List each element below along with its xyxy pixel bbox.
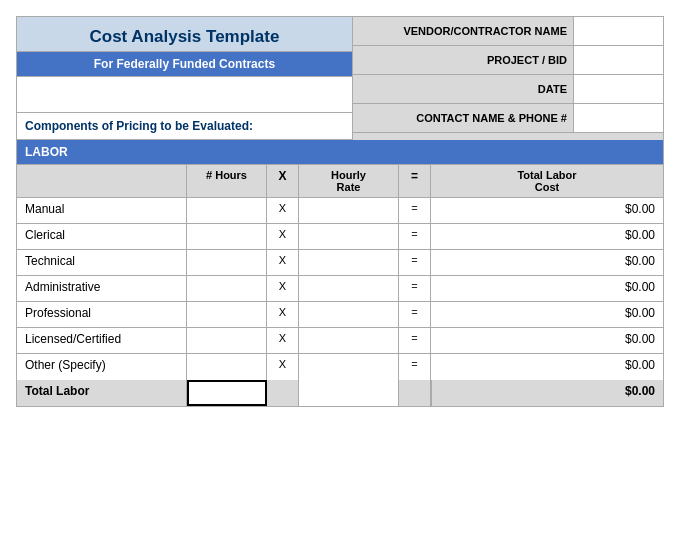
- labor-eq-cell: =: [399, 276, 431, 301]
- labor-eq-cell: =: [399, 302, 431, 327]
- labor-total-cell: $0.00: [431, 354, 663, 380]
- labor-row-label: Technical: [17, 250, 187, 275]
- labor-hours-cell[interactable]: [187, 354, 267, 380]
- contact-input[interactable]: [573, 104, 663, 132]
- labor-data-row: Administrative X = $0.00: [17, 276, 663, 302]
- vendor-name-input[interactable]: [573, 17, 663, 45]
- labor-label: LABOR: [17, 140, 663, 164]
- total-eq-spacer: [399, 380, 431, 406]
- labor-row-label: Professional: [17, 302, 187, 327]
- title-spacer: [17, 77, 352, 113]
- labor-total-cell: $0.00: [431, 250, 663, 275]
- labor-eq-cell: =: [399, 224, 431, 249]
- total-hours-input[interactable]: [187, 380, 267, 406]
- total-x-spacer: [267, 380, 299, 406]
- labor-hourly-cell[interactable]: [299, 250, 399, 275]
- labor-x-cell: X: [267, 354, 299, 380]
- labor-hours-cell[interactable]: [187, 198, 267, 223]
- title-block: Cost Analysis Template For Federally Fun…: [17, 17, 353, 140]
- date-input[interactable]: [573, 75, 663, 103]
- labor-total-cell: $0.00: [431, 276, 663, 301]
- col-header-hourly: HourlyRate: [299, 165, 399, 197]
- total-labor-row: Total Labor $0.00: [17, 380, 663, 406]
- labor-data-row: Other (Specify) X = $0.00: [17, 354, 663, 380]
- labor-row-label: Licensed/Certified: [17, 328, 187, 353]
- labor-data-row: Clerical X = $0.00: [17, 224, 663, 250]
- project-bid-input[interactable]: [573, 46, 663, 74]
- top-section: Cost Analysis Template For Federally Fun…: [17, 17, 663, 140]
- labor-hourly-cell[interactable]: [299, 276, 399, 301]
- vendor-block: VENDOR/CONTRACTOR NAME PROJECT / BID DAT…: [353, 17, 663, 140]
- labor-total-cell: $0.00: [431, 328, 663, 353]
- vendor-name-label: VENDOR/CONTRACTOR NAME: [353, 21, 573, 41]
- project-bid-label: PROJECT / BID: [353, 50, 573, 70]
- col-header-hours: # Hours: [187, 165, 267, 197]
- subtitle: For Federally Funded Contracts: [17, 52, 352, 77]
- labor-hours-cell[interactable]: [187, 224, 267, 249]
- col-header-x: X: [267, 165, 299, 197]
- labor-row-label: Administrative: [17, 276, 187, 301]
- labor-x-cell: X: [267, 302, 299, 327]
- labor-hours-cell[interactable]: [187, 276, 267, 301]
- labor-hourly-cell[interactable]: [299, 354, 399, 380]
- col-header-total: Total LaborCost: [431, 165, 663, 197]
- labor-x-cell: X: [267, 250, 299, 275]
- column-headers: # Hours X HourlyRate = Total LaborCost: [17, 165, 663, 198]
- labor-eq-cell: =: [399, 250, 431, 275]
- total-labor-value: $0.00: [431, 380, 663, 406]
- labor-hourly-cell[interactable]: [299, 198, 399, 223]
- labor-hourly-cell[interactable]: [299, 328, 399, 353]
- col-header-label: [17, 165, 187, 197]
- main-title: Cost Analysis Template: [17, 17, 352, 52]
- labor-x-cell: X: [267, 276, 299, 301]
- date-label: DATE: [353, 79, 573, 99]
- labor-hours-cell[interactable]: [187, 302, 267, 327]
- contact-label: CONTACT NAME & PHONE #: [353, 108, 573, 128]
- labor-header: LABOR: [17, 140, 663, 165]
- labor-total-cell: $0.00: [431, 224, 663, 249]
- labor-eq-cell: =: [399, 354, 431, 380]
- labor-x-cell: X: [267, 198, 299, 223]
- labor-rows-container: Manual X = $0.00 Clerical X = $0.00 Tech…: [17, 198, 663, 380]
- labor-eq-cell: =: [399, 198, 431, 223]
- components-label: Components of Pricing to be Evaluated:: [17, 113, 352, 140]
- project-bid-row: PROJECT / BID: [353, 46, 663, 75]
- labor-row-label: Manual: [17, 198, 187, 223]
- labor-hourly-cell[interactable]: [299, 224, 399, 249]
- labor-eq-cell: =: [399, 328, 431, 353]
- date-row: DATE: [353, 75, 663, 104]
- labor-data-row: Technical X = $0.00: [17, 250, 663, 276]
- labor-hours-cell[interactable]: [187, 328, 267, 353]
- labor-data-row: Licensed/Certified X = $0.00: [17, 328, 663, 354]
- labor-total-cell: $0.00: [431, 302, 663, 327]
- labor-x-cell: X: [267, 328, 299, 353]
- labor-data-row: Manual X = $0.00: [17, 198, 663, 224]
- labor-hours-cell[interactable]: [187, 250, 267, 275]
- labor-row-label: Other (Specify): [17, 354, 187, 380]
- col-header-equals: =: [399, 165, 431, 197]
- labor-row-label: Clerical: [17, 224, 187, 249]
- labor-hourly-cell[interactable]: [299, 302, 399, 327]
- labor-x-cell: X: [267, 224, 299, 249]
- total-hourly-spacer: [299, 380, 399, 406]
- vendor-name-row: VENDOR/CONTRACTOR NAME: [353, 17, 663, 46]
- total-label: Total Labor: [17, 380, 187, 406]
- contact-row: CONTACT NAME & PHONE #: [353, 104, 663, 133]
- labor-data-row: Professional X = $0.00: [17, 302, 663, 328]
- labor-total-cell: $0.00: [431, 198, 663, 223]
- spreadsheet-container: Cost Analysis Template For Federally Fun…: [16, 16, 664, 407]
